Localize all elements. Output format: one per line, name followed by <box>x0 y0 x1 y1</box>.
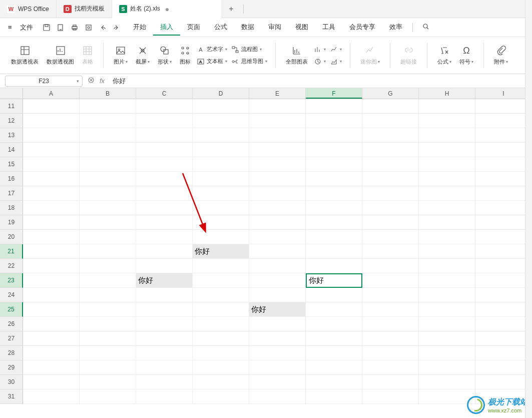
cell-I17[interactable] <box>475 186 532 201</box>
cell-D27[interactable] <box>193 331 249 346</box>
cell-A16[interactable] <box>23 172 80 186</box>
row-header-28[interactable]: 28 <box>0 346 23 360</box>
cell-G17[interactable] <box>362 186 419 201</box>
row-header-29[interactable]: 29 <box>0 360 23 375</box>
all-charts-button[interactable]: 全部图表 <box>282 45 312 66</box>
cell-E26[interactable] <box>249 317 306 331</box>
cell-I27[interactable] <box>475 331 532 346</box>
col-header-F[interactable]: F <box>306 88 362 99</box>
cell-G20[interactable] <box>362 230 419 244</box>
picture-button[interactable]: 图片▾ <box>110 45 132 66</box>
cell-H11[interactable] <box>419 99 475 114</box>
col-header-E[interactable]: E <box>249 88 306 99</box>
cell-A14[interactable] <box>23 143 80 157</box>
cell-G24[interactable] <box>362 288 419 302</box>
cell-H24[interactable] <box>419 288 475 302</box>
doc-tab-spreadsheet[interactable]: S 姓名 (2).xls ● <box>112 0 222 18</box>
cell-A27[interactable] <box>23 331 80 346</box>
cell-D22[interactable] <box>193 259 249 273</box>
cell-I14[interactable] <box>475 143 532 157</box>
cell-E24[interactable] <box>249 288 306 302</box>
cell-H20[interactable] <box>419 230 475 244</box>
cell-H17[interactable] <box>419 186 475 201</box>
cell-A12[interactable] <box>23 114 80 128</box>
cell-F19[interactable] <box>306 215 362 230</box>
row-header-23[interactable]: 23 <box>0 273 23 288</box>
cancel-icon[interactable] <box>88 77 95 86</box>
menu-item-会员专享[interactable]: 会员专享 <box>342 20 382 36</box>
cell-I18[interactable] <box>475 201 532 215</box>
cell-E23[interactable] <box>249 273 306 288</box>
cell-H14[interactable] <box>419 143 475 157</box>
cell-B25[interactable] <box>80 302 136 317</box>
cell-E25[interactable]: 你好 <box>249 302 306 317</box>
cell-B29[interactable] <box>80 360 136 375</box>
cell-I21[interactable] <box>475 244 532 259</box>
cell-B14[interactable] <box>80 143 136 157</box>
cell-B30[interactable] <box>80 375 136 389</box>
cell-A31[interactable] <box>23 389 80 404</box>
formula-input[interactable]: 你好 <box>110 77 126 86</box>
row-header-18[interactable]: 18 <box>0 201 23 215</box>
cell-H23[interactable] <box>419 273 475 288</box>
cell-F14[interactable] <box>306 143 362 157</box>
row-header-22[interactable]: 22 <box>0 259 23 273</box>
cell-A25[interactable] <box>23 302 80 317</box>
cell-A29[interactable] <box>23 360 80 375</box>
screenshot-button[interactable]: 截屏▾ <box>132 45 154 66</box>
col-header-B[interactable]: B <box>80 88 136 99</box>
row-header-27[interactable]: 27 <box>0 331 23 346</box>
cell-E21[interactable] <box>249 244 306 259</box>
add-tab-button[interactable]: + <box>222 5 240 14</box>
cell-F21[interactable] <box>306 244 362 259</box>
cell-G19[interactable] <box>362 215 419 230</box>
row-header-16[interactable]: 16 <box>0 172 23 186</box>
cell-F15[interactable] <box>306 157 362 172</box>
cell-D25[interactable] <box>193 302 249 317</box>
cell-C15[interactable] <box>136 157 193 172</box>
cell-C21[interactable] <box>136 244 193 259</box>
cell-I26[interactable] <box>475 317 532 331</box>
cell-F23[interactable]: 你好 <box>306 273 362 288</box>
cell-D26[interactable] <box>193 317 249 331</box>
cell-D11[interactable] <box>193 99 249 114</box>
cell-C24[interactable] <box>136 288 193 302</box>
fx-icon[interactable]: fx <box>100 77 105 85</box>
cell-C27[interactable] <box>136 331 193 346</box>
cell-G26[interactable] <box>362 317 419 331</box>
textbox-button[interactable]: A文本框▾ <box>195 57 229 67</box>
cell-D19[interactable] <box>193 215 249 230</box>
cell-C19[interactable] <box>136 215 193 230</box>
cell-C11[interactable] <box>136 99 193 114</box>
cell-H16[interactable] <box>419 172 475 186</box>
cell-G16[interactable] <box>362 172 419 186</box>
cell-H26[interactable] <box>419 317 475 331</box>
cell-C12[interactable] <box>136 114 193 128</box>
cell-H29[interactable] <box>419 360 475 375</box>
cell-F12[interactable] <box>306 114 362 128</box>
col-header-C[interactable]: C <box>136 88 193 99</box>
bar-chart-button[interactable]: ▾ <box>312 45 328 55</box>
menu-item-数据[interactable]: 数据 <box>234 20 261 36</box>
cell-D29[interactable] <box>193 360 249 375</box>
cell-E30[interactable] <box>249 375 306 389</box>
cell-B24[interactable] <box>80 288 136 302</box>
cell-I25[interactable] <box>475 302 532 317</box>
cell-E22[interactable] <box>249 259 306 273</box>
cell-I28[interactable] <box>475 346 532 360</box>
line-chart-button[interactable]: ▾ <box>328 45 344 55</box>
row-header-14[interactable]: 14 <box>0 143 23 157</box>
cell-H22[interactable] <box>419 259 475 273</box>
menu-item-视图[interactable]: 视图 <box>288 20 315 36</box>
cell-G25[interactable] <box>362 302 419 317</box>
row-header-15[interactable]: 15 <box>0 157 23 172</box>
name-box[interactable]: F23 ▾ <box>5 76 83 87</box>
hamburger-icon[interactable]: ≡ <box>4 24 16 31</box>
cell-A30[interactable] <box>23 375 80 389</box>
cell-F27[interactable] <box>306 331 362 346</box>
row-header-19[interactable]: 19 <box>0 215 23 230</box>
cell-F24[interactable] <box>306 288 362 302</box>
cell-E28[interactable] <box>249 346 306 360</box>
chevron-down-icon[interactable]: ▾ <box>77 79 79 84</box>
select-all-corner[interactable] <box>0 88 23 99</box>
